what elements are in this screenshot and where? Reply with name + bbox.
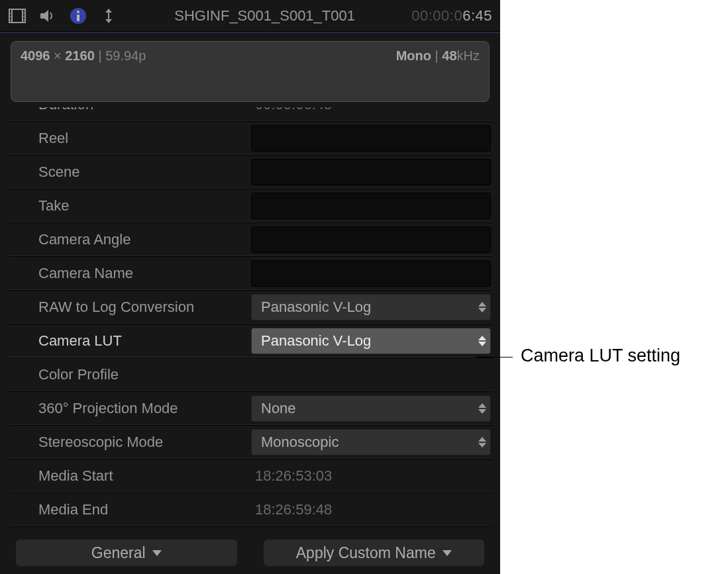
format-res-h: 2160 xyxy=(65,48,95,63)
format-res-w: 4096 xyxy=(21,48,50,63)
properties-list: Duration 00:00:06:45 Reel Scene Take Cam… xyxy=(9,107,492,533)
row-projection-mode: 360° Projection Mode None xyxy=(9,391,492,425)
svg-point-12 xyxy=(77,11,79,13)
inspector-toolbar: SHGINF_S001_S001_T001 00:00:06:45 xyxy=(0,0,500,32)
active-tab-indicator xyxy=(0,32,500,33)
format-audio-ch: Mono xyxy=(396,48,431,63)
chevron-down-icon xyxy=(152,550,162,556)
row-camera-lut: Camera LUT Panasonic V-Log xyxy=(9,324,492,358)
svg-marker-20 xyxy=(478,403,486,408)
select-raw-log[interactable]: Panasonic V-Log xyxy=(251,294,491,320)
svg-marker-25 xyxy=(442,550,452,556)
input-camera-name[interactable] xyxy=(251,260,491,287)
apply-custom-name-button[interactable]: Apply Custom Name xyxy=(264,540,485,566)
select-raw-log-value: Panasonic V-Log xyxy=(261,299,371,316)
select-camera-lut-value: Panasonic V-Log xyxy=(261,332,371,350)
format-audio: Mono | 48kHz xyxy=(396,48,480,95)
label-reel: Reel xyxy=(9,130,251,147)
properties-scroll-area: Duration 00:00:06:45 Reel Scene Take Cam… xyxy=(0,107,500,533)
filmstrip-icon[interactable] xyxy=(8,7,26,25)
row-take: Take xyxy=(9,189,492,222)
row-duration: Duration 00:00:06:45 xyxy=(9,107,492,121)
apply-custom-name-label: Apply Custom Name xyxy=(296,544,436,562)
format-summary: 4096 × 2160 | 59.94p Mono | 48kHz xyxy=(11,41,490,102)
select-camera-lut[interactable]: Panasonic V-Log xyxy=(251,328,491,354)
label-duration: Duration xyxy=(9,107,251,113)
label-media-start: Media Start xyxy=(9,467,251,485)
row-stereoscopic-mode: Stereoscopic Mode Monoscopic xyxy=(9,425,492,459)
svg-marker-16 xyxy=(478,302,486,307)
input-scene[interactable] xyxy=(251,159,491,185)
label-camera-name: Camera Name xyxy=(9,265,251,282)
updown-icon xyxy=(478,403,486,414)
row-scene: Scene xyxy=(9,155,492,189)
updown-icon xyxy=(478,437,486,448)
svg-marker-18 xyxy=(478,336,486,340)
svg-marker-22 xyxy=(478,437,486,442)
svg-marker-10 xyxy=(40,10,48,22)
svg-marker-15 xyxy=(105,16,112,23)
label-camera-angle: Camera Angle xyxy=(9,231,251,248)
select-stereoscopic-mode-value: Monoscopic xyxy=(261,434,338,451)
value-media-end: 18:26:59:48 xyxy=(251,501,491,518)
metadata-view-button[interactable]: General xyxy=(16,540,237,566)
svg-rect-2 xyxy=(23,9,25,23)
format-audio-sr: 48 xyxy=(442,48,456,63)
row-media-duration: Media Duration 00:00:06:45 xyxy=(9,526,492,533)
timecode-display: 00:00:06:45 xyxy=(411,7,492,24)
input-take[interactable] xyxy=(251,193,491,219)
callout-label: Camera LUT setting xyxy=(521,346,680,366)
label-projection-mode: 360° Projection Mode xyxy=(9,400,251,417)
share-icon[interactable] xyxy=(99,7,118,25)
speaker-icon[interactable] xyxy=(38,7,57,25)
row-media-start: Media Start 18:26:53:03 xyxy=(9,459,492,493)
input-camera-angle[interactable] xyxy=(251,226,491,253)
row-camera-angle: Camera Angle xyxy=(9,222,492,256)
input-reel[interactable] xyxy=(251,125,491,152)
inspector-panel: SHGINF_S001_S001_T001 00:00:06:45 4096 ×… xyxy=(0,0,500,574)
chevron-down-icon xyxy=(442,550,452,556)
select-projection-mode[interactable]: None xyxy=(251,395,491,422)
row-camera-name: Camera Name xyxy=(9,256,492,290)
info-icon[interactable] xyxy=(69,7,87,25)
value-duration: 00:00:06:45 xyxy=(251,107,491,113)
callout-leader-line xyxy=(476,357,513,358)
updown-icon xyxy=(478,302,486,312)
svg-rect-13 xyxy=(77,15,79,21)
svg-rect-1 xyxy=(9,9,12,23)
metadata-view-label: General xyxy=(91,544,146,562)
timecode-dim: 00:00:0 xyxy=(411,7,462,24)
row-reel: Reel xyxy=(9,121,492,155)
inspector-footer: General Apply Custom Name xyxy=(0,533,500,574)
svg-marker-24 xyxy=(152,550,162,556)
row-color-profile: Color Profile xyxy=(9,358,492,391)
label-camera-lut: Camera LUT xyxy=(9,332,251,350)
scrollbar[interactable] xyxy=(492,220,500,492)
value-media-start: 18:26:53:03 xyxy=(251,467,491,485)
clip-title: SHGINF_S001_S001_T001 xyxy=(130,7,399,24)
svg-marker-19 xyxy=(478,342,486,346)
label-color-profile: Color Profile xyxy=(9,366,251,383)
label-stereoscopic-mode: Stereoscopic Mode xyxy=(9,434,251,451)
label-raw-log: RAW to Log Conversion xyxy=(9,299,251,316)
svg-marker-17 xyxy=(478,308,486,312)
select-projection-mode-value: None xyxy=(261,400,296,417)
svg-marker-23 xyxy=(478,443,486,448)
updown-icon xyxy=(478,336,486,346)
svg-marker-21 xyxy=(478,409,486,414)
svg-marker-14 xyxy=(105,9,112,16)
label-media-end: Media End xyxy=(9,501,251,518)
row-raw-log: RAW to Log Conversion Panasonic V-Log xyxy=(9,290,492,324)
select-stereoscopic-mode[interactable]: Monoscopic xyxy=(251,429,491,455)
format-fps: 59.94p xyxy=(105,48,146,63)
label-scene: Scene xyxy=(9,164,251,181)
timecode-bright: 6:45 xyxy=(462,7,492,24)
format-video: 4096 × 2160 | 59.94p xyxy=(21,48,146,95)
label-take: Take xyxy=(9,197,251,215)
format-audio-unit: kHz xyxy=(457,48,480,63)
row-media-end: Media End 18:26:59:48 xyxy=(9,493,492,526)
